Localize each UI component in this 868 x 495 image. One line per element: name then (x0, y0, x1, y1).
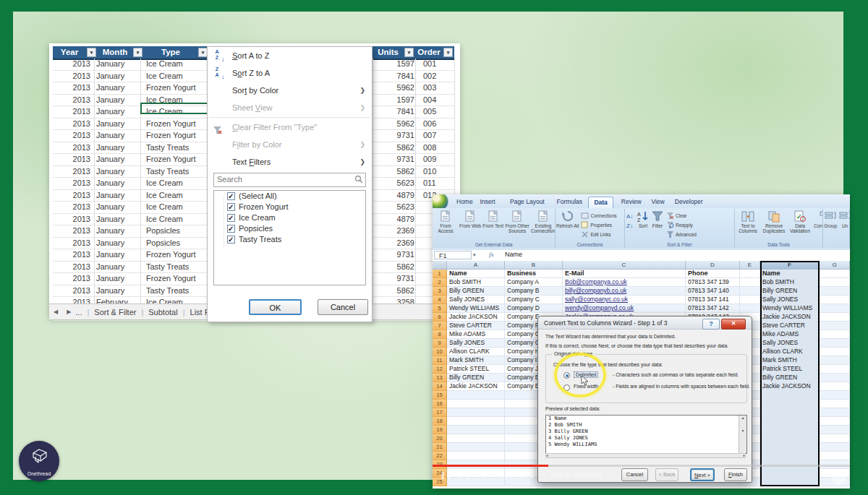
row-header-14[interactable]: 14 (433, 382, 447, 391)
cell-units[interactable]: 2369 (376, 225, 414, 236)
cell-a21[interactable] (447, 443, 505, 452)
ribbon-button-consolidate[interactable]: Consolidate (813, 210, 823, 229)
cell-year[interactable]: 2013 (53, 285, 90, 296)
cell-month[interactable]: January (96, 119, 124, 129)
cell-f12[interactable]: Patrick STEEL (760, 365, 820, 374)
row-header-21[interactable]: 21 (433, 443, 447, 452)
cell-type[interactable]: Tasty Treats (146, 262, 189, 272)
cell-f7[interactable]: Steve CARTER (760, 322, 820, 330)
ribbon-button-edit-links[interactable]: Edit Links (579, 230, 616, 239)
cell-units[interactable]: 9731 (376, 130, 414, 141)
cell-g18[interactable] (820, 417, 850, 426)
row-header-1[interactable]: 1 (433, 270, 447, 278)
cell-f17[interactable] (760, 408, 820, 417)
cell-type[interactable]: Frozen Yogurt (146, 130, 196, 141)
cell-year[interactable]: 2013 (53, 95, 90, 106)
ribbon-button-clear[interactable]: Clear (665, 211, 697, 220)
checkbox-icon[interactable] (227, 203, 235, 211)
cell-f19[interactable] (760, 426, 820, 434)
cell-year[interactable]: 2013 (53, 190, 90, 201)
ribbon-button-from-access[interactable]: From Access (433, 210, 459, 234)
cell-a22[interactable] (447, 452, 505, 460)
pause-icon[interactable]: ❚❚ (440, 471, 452, 479)
cell-month[interactable]: January (96, 273, 124, 284)
cell-year[interactable]: 2013 (53, 238, 90, 249)
row-header-11[interactable]: 11 (433, 356, 447, 365)
column-header-units[interactable]: Units (373, 47, 404, 58)
column-header-order[interactable]: Order (415, 47, 443, 58)
sheet-tab-subtotal[interactable]: Subtotal (148, 308, 177, 317)
menu-item-text-filters[interactable]: Text Filters❯ (208, 153, 372, 171)
cell-f9[interactable]: Sally JONES (760, 339, 820, 348)
cell-b5[interactable]: Company D (505, 304, 563, 313)
cell-year[interactable]: 2013 (53, 262, 90, 272)
cell-year[interactable]: 2013 (53, 130, 90, 141)
search-input[interactable]: Search (213, 173, 366, 187)
cell-a14[interactable]: Jackie JACKSON (447, 382, 505, 391)
cell-units[interactable]: 5623 (376, 202, 414, 212)
cell-g17[interactable] (820, 408, 850, 417)
cell-month[interactable]: January (96, 82, 124, 93)
cell-type[interactable]: Ice Cream (146, 202, 183, 212)
cell-g4[interactable] (820, 296, 850, 304)
cell-g2[interactable] (820, 278, 850, 287)
cell-month[interactable]: January (96, 238, 124, 249)
column-header-type[interactable]: Type (144, 47, 197, 58)
ribbon-tab-review[interactable]: Review (616, 197, 647, 208)
cell-type[interactable]: Popsicles (146, 225, 180, 236)
column-header-b[interactable]: B (505, 261, 563, 270)
cell-f14[interactable]: Jackie JACKSON (760, 382, 820, 391)
cell-a2[interactable]: Bob SMITH (447, 278, 505, 287)
cell-type[interactable]: Ice Cream (146, 59, 183, 69)
cell-g14[interactable] (820, 382, 850, 391)
menu-item-sort-z-to-a[interactable]: Sort Z to AZA↓ (208, 64, 372, 82)
cell-year[interactable]: 2013 (53, 225, 90, 236)
row-header-16[interactable]: 16 (433, 400, 447, 408)
cell-f16[interactable] (760, 400, 820, 408)
ribbon-button-data-validation[interactable]: ✓Data Validation (787, 210, 813, 234)
ribbon-button-from-other-sources[interactable]: From Other Sources (504, 210, 530, 234)
cell-month[interactable]: January (96, 249, 124, 260)
filter-dropdown-icon[interactable]: ▾ (404, 48, 414, 57)
ribbon-button-sort[interactable]: AZSort (636, 210, 650, 229)
cell-b3[interactable]: Company B (505, 287, 563, 296)
row-header-9[interactable]: 9 (433, 339, 447, 348)
cell-month[interactable]: January (96, 190, 124, 201)
cell-f10[interactable]: Allison CLARK (760, 348, 820, 356)
column-header-g[interactable]: G (820, 261, 850, 270)
cell-f6[interactable]: Jackie JACKSON (760, 313, 820, 322)
sheet-nav-more[interactable]: ... (75, 308, 82, 317)
row-header-4[interactable]: 4 (433, 296, 447, 304)
cell-units[interactable]: 5862 (376, 285, 414, 296)
cell-g5[interactable] (820, 304, 850, 313)
cell-units[interactable]: 4879 (376, 214, 414, 225)
cell-a19[interactable] (447, 426, 505, 434)
cell-f11[interactable]: Mark SMITH (760, 356, 820, 365)
column-header-a[interactable]: A (447, 261, 505, 270)
cell-year[interactable]: 2013 (53, 82, 90, 93)
cell-units[interactable]: 5962 (376, 82, 414, 93)
ribbon-button-from-web[interactable]: From Web (459, 210, 482, 229)
filter-dropdown-icon[interactable]: ▾ (133, 48, 142, 57)
cell-a1[interactable]: Name (447, 270, 505, 278)
ribbon-button-filter[interactable]: Filter (650, 210, 665, 229)
row-header-5[interactable]: 5 (433, 304, 447, 313)
cell-order[interactable]: 010 (423, 166, 436, 177)
cell-c3[interactable]: billy@companyb.co.uk (563, 287, 686, 296)
cell-g13[interactable] (820, 374, 850, 382)
cell-year[interactable]: 2013 (53, 59, 90, 69)
cell-type[interactable]: Frozen Yogurt (146, 154, 196, 165)
cell-year[interactable]: 2013 (53, 202, 90, 212)
cell-g15[interactable] (820, 391, 850, 400)
cell-units[interactable]: 5962 (376, 119, 414, 129)
ribbon-tab-view[interactable]: View (646, 197, 669, 208)
cell-month[interactable]: January (96, 95, 124, 106)
cell-type[interactable]: Frozen Yogurt (146, 249, 196, 260)
cell-type[interactable]: Ice Cream (146, 190, 183, 201)
cell-a12[interactable]: Patrick STEEL (447, 365, 505, 374)
sheet-nav-next-icon[interactable]: ▶ (67, 309, 71, 315)
cell-g6[interactable] (820, 313, 850, 322)
cell-f4[interactable]: Sally JONES (760, 296, 820, 304)
cell-units[interactable]: 1597 (376, 59, 414, 69)
cell-b2[interactable]: Company A (505, 278, 563, 287)
